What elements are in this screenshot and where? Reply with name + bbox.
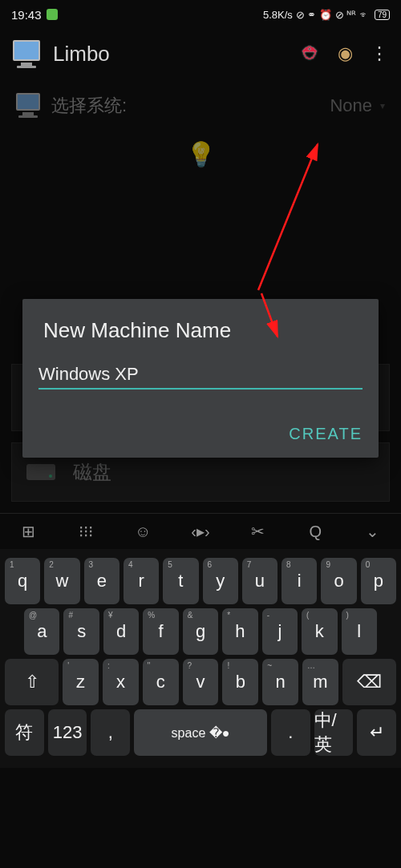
key-.[interactable]: . (271, 709, 310, 756)
key-h[interactable]: *h (222, 608, 257, 655)
status-net-speed: 5.8K/s (263, 9, 293, 21)
key-中/英[interactable]: 中/英 (314, 709, 354, 756)
app-bar: Limbo ⛑ ◉ ⋮ (0, 29, 401, 79)
key-c[interactable]: "c (143, 659, 179, 705)
status-time: 19:43 (11, 8, 42, 22)
key-f[interactable]: %f (143, 608, 178, 655)
key-⇧[interactable]: ⇧ (5, 659, 59, 705)
key-↵[interactable]: ↵ (357, 709, 396, 756)
key-p[interactable]: 0p (361, 558, 396, 604)
dialog-title: New Machine Name (43, 318, 363, 343)
key-⌫[interactable]: ⌫ (342, 659, 396, 705)
key-t[interactable]: 5t (163, 558, 198, 604)
create-button[interactable]: CREATE (289, 425, 363, 443)
key-j[interactable]: -j (262, 608, 298, 655)
select-system-row[interactable]: 选择系统: None ▾ (11, 79, 390, 132)
key-x[interactable]: :x (103, 659, 139, 705)
new-machine-dialog: New Machine Name CREATE (22, 299, 379, 458)
key-符[interactable]: 符 (5, 709, 44, 756)
select-system-label: 选择系统: (51, 94, 127, 118)
kb-code-icon[interactable]: ‹▸› (187, 522, 214, 541)
key-l[interactable]: )l (342, 608, 377, 655)
disk-label: 磁盘 (73, 459, 111, 485)
key-o[interactable]: 9o (321, 558, 356, 604)
key-123[interactable]: 123 (48, 709, 87, 756)
key-space �●[interactable]: space �● (134, 709, 267, 756)
key-b[interactable]: !b (222, 659, 258, 705)
status-bar: 19:43 5.8K/s ⊘ ⚭ ⏰ ⊘ ᴺᴿ ᯤ 79 (0, 0, 401, 29)
status-app-icon (47, 9, 58, 20)
key-k[interactable]: (k (302, 608, 337, 655)
status-indicators: ⊘ ⚭ ⏰ ⊘ ᴺᴿ ᯤ (296, 9, 370, 21)
key-e[interactable]: 3e (84, 558, 119, 604)
disk-icon (26, 464, 55, 480)
overflow-menu-icon[interactable]: ⋮ (371, 43, 388, 64)
key-v[interactable]: ?v (183, 659, 219, 705)
kb-mic-icon[interactable]: Q (302, 523, 329, 541)
key-w[interactable]: 2w (44, 558, 79, 604)
key-g[interactable]: &g (183, 608, 218, 655)
key-u[interactable]: 7u (242, 558, 277, 604)
kb-switch-icon[interactable]: ⁝⁝⁝ (72, 522, 99, 541)
key-n[interactable]: ~n (262, 659, 298, 705)
dropdown-caret-icon: ▾ (380, 100, 385, 111)
key-r[interactable]: 4r (124, 558, 159, 604)
machine-name-input[interactable] (38, 361, 363, 390)
hint-bulb-icon[interactable]: 💡 (11, 132, 390, 183)
app-title: Limbo (53, 42, 302, 67)
key-i[interactable]: 8i (282, 558, 317, 604)
key-q[interactable]: 1q (5, 558, 40, 604)
key-d[interactable]: ¥d (103, 608, 139, 655)
kb-emoji-icon[interactable]: ☺ (129, 523, 156, 541)
key-a[interactable]: @a (24, 608, 59, 655)
soft-keyboard: 1q2w3e4r5t6y7u8i9o0p @a#s¥d%f&g*h-j(k)l … (0, 549, 401, 768)
app-logo-icon (10, 37, 43, 71)
kb-grid-icon[interactable]: ⊞ (14, 522, 42, 541)
monitor-icon (16, 93, 40, 118)
help-icon[interactable]: ⛑ (302, 43, 320, 64)
key-,[interactable]: , (91, 709, 130, 756)
key-y[interactable]: 6y (203, 558, 238, 604)
key-s[interactable]: #s (63, 608, 99, 655)
kb-collapse-icon[interactable]: ⌄ (359, 522, 387, 541)
key-z[interactable]: 'z (63, 659, 99, 705)
kb-clip-icon[interactable]: ✂ (245, 522, 272, 541)
key-m[interactable]: …m (302, 659, 338, 705)
keyboard-toolbar: ⊞ ⁝⁝⁝ ☺ ‹▸› ✂ Q ⌄ (0, 513, 401, 549)
status-battery: 79 (375, 10, 390, 20)
select-system-value: None (330, 95, 372, 116)
disc-icon[interactable]: ◉ (338, 43, 353, 64)
